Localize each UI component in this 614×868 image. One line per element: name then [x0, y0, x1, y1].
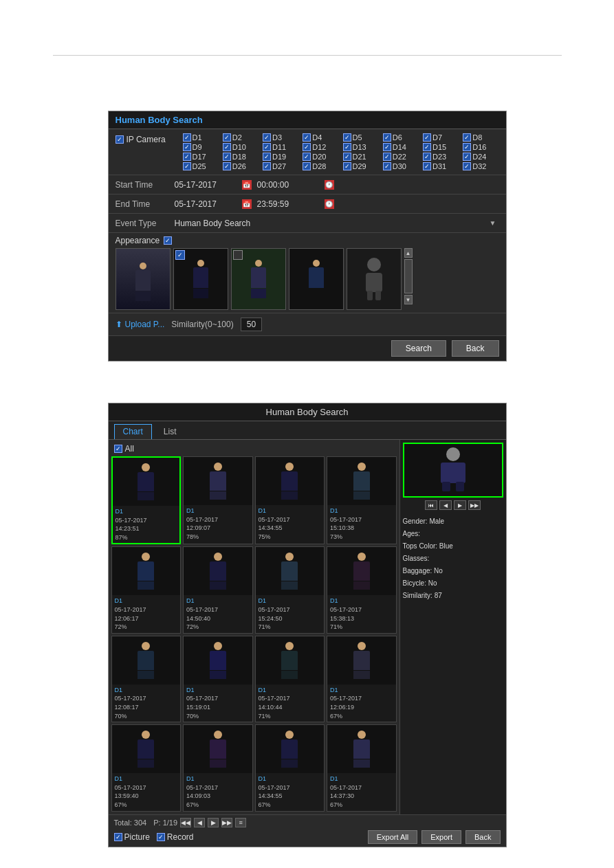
channel-item-d7[interactable]: ✓D7 — [423, 133, 459, 142]
result-item[interactable]: D1 05-17-2017 15:38:13 71% — [327, 546, 397, 633]
back-button[interactable]: Back — [452, 340, 499, 357]
scroll-down-icon[interactable]: ▼ — [404, 295, 413, 304]
channel-item-d8[interactable]: ✓D8 — [463, 133, 498, 142]
channel-item-d15[interactable]: ✓D15 — [423, 143, 459, 151]
channel-item-d18[interactable]: ✓D18 — [223, 153, 259, 161]
result-item[interactable]: D1 05-17-2017 14:10:44 71% — [255, 636, 325, 722]
result-item[interactable]: D1 05-17-2017 15:24:50 71% — [255, 546, 325, 633]
channel-item-d27[interactable]: ✓D27 — [263, 162, 298, 170]
channel-item-d17[interactable]: ✓D17 — [183, 153, 219, 161]
channel-item-d32[interactable]: ✓D32 — [463, 162, 498, 170]
checkbox-d11[interactable]: ✓ — [263, 143, 271, 151]
result-item[interactable]: D1 05-17-2017 15:19:01 70% — [183, 636, 253, 722]
channel-item-d30[interactable]: ✓D30 — [383, 162, 419, 170]
end-date-cal-icon[interactable]: 📅 — [242, 199, 252, 209]
channel-item-d16[interactable]: ✓D16 — [463, 143, 498, 151]
appearance-checkbox[interactable]: ✓ — [164, 236, 172, 245]
back-button2[interactable]: Back — [465, 830, 500, 844]
channel-item-d5[interactable]: ✓D5 — [343, 133, 379, 142]
checkbox-d29[interactable]: ✓ — [343, 162, 351, 170]
checkbox-d24[interactable]: ✓ — [463, 153, 471, 161]
checkbox-d7[interactable]: ✓ — [423, 133, 431, 142]
checkbox-d12[interactable]: ✓ — [303, 143, 311, 151]
channel-item-d14[interactable]: ✓D14 — [383, 143, 419, 151]
result-item[interactable]: D1 05-17-2017 15:10:38 73% — [327, 456, 397, 544]
checkbox-d21[interactable]: ✓ — [343, 153, 351, 161]
record-checkbox[interactable]: ✓ — [157, 833, 165, 841]
tab-list[interactable]: List — [155, 424, 186, 439]
channel-item-d22[interactable]: ✓D22 — [383, 153, 419, 161]
ctrl-prev-prev[interactable]: ⏮ — [425, 500, 437, 510]
checkbox-d32[interactable]: ✓ — [463, 162, 471, 170]
checkbox-d6[interactable]: ✓ — [383, 133, 391, 142]
checkbox-d2[interactable]: ✓ — [223, 133, 231, 142]
checkbox-d8[interactable]: ✓ — [463, 133, 471, 142]
channel-item-d12[interactable]: ✓D12 — [303, 143, 338, 151]
picture-checkbox[interactable]: ✓ — [114, 833, 122, 841]
channel-item-d29[interactable]: ✓D29 — [343, 162, 379, 170]
channel-item-d25[interactable]: ✓D25 — [183, 162, 219, 170]
checkbox-d5[interactable]: ✓ — [343, 133, 351, 142]
end-time-cal-icon[interactable]: 🕐 — [325, 199, 334, 209]
checkbox-d15[interactable]: ✓ — [423, 143, 431, 151]
channel-item-d20[interactable]: ✓D20 — [303, 153, 338, 161]
export-button[interactable]: Export — [421, 830, 461, 844]
channel-item-d1[interactable]: ✓D1 — [183, 133, 219, 142]
checkbox-d27[interactable]: ✓ — [263, 162, 271, 170]
result-item[interactable]: D1 05-17-2017 14:50:40 72% — [183, 546, 253, 633]
result-item[interactable]: D1 05-17-2017 12:06:17 72% — [111, 546, 182, 633]
checkbox-d18[interactable]: ✓ — [223, 153, 231, 161]
checkbox-d19[interactable]: ✓ — [263, 153, 271, 161]
start-time-cal-icon[interactable]: 🕐 — [325, 180, 334, 190]
channel-item-d10[interactable]: ✓D10 — [223, 143, 259, 151]
ip-camera-checkbox[interactable]: ✓ — [116, 135, 124, 144]
result-item[interactable]: D1 05-17-2017 14:34:55 75% — [255, 456, 325, 544]
checkbox-d23[interactable]: ✓ — [423, 153, 431, 161]
result-item[interactable]: D1 05-17-2017 13:59:40 67% — [111, 724, 182, 811]
channel-item-d23[interactable]: ✓D23 — [423, 153, 459, 161]
page-first-btn[interactable]: ◀◀ — [180, 818, 191, 827]
checkbox-d14[interactable]: ✓ — [383, 143, 391, 151]
page-prev-btn[interactable]: ◀ — [194, 818, 205, 827]
event-type-dropdown[interactable]: Human Body Search ▼ — [175, 219, 502, 228]
channel-item-d21[interactable]: ✓D21 — [343, 153, 379, 161]
scroll-up-icon[interactable]: ▲ — [404, 248, 413, 258]
channel-item-d4[interactable]: ✓D4 — [303, 133, 338, 142]
channel-item-d26[interactable]: ✓D26 — [223, 162, 259, 170]
appearance-thumb-4[interactable] — [289, 248, 344, 310]
scroll-track[interactable] — [404, 259, 413, 293]
result-item[interactable]: D1 05-17-2017 14:34:55 67% — [255, 724, 325, 811]
page-last-btn[interactable]: ▶▶ — [221, 818, 232, 827]
channel-item-d11[interactable]: ✓D11 — [263, 143, 298, 151]
channel-item-d2[interactable]: ✓D2 — [223, 133, 259, 142]
checkbox-d31[interactable]: ✓ — [423, 162, 431, 170]
ctrl-next[interactable]: ▶▶ — [468, 500, 481, 510]
channel-item-d19[interactable]: ✓D19 — [263, 153, 298, 161]
checkbox-d26[interactable]: ✓ — [223, 162, 231, 170]
checkbox-d9[interactable]: ✓ — [183, 143, 191, 151]
checkbox-d20[interactable]: ✓ — [303, 153, 311, 161]
channel-item-d13[interactable]: ✓D13 — [343, 143, 379, 151]
checkbox-d25[interactable]: ✓ — [183, 162, 191, 170]
checkbox-d4[interactable]: ✓ — [303, 133, 311, 142]
appearance-thumb-3[interactable] — [231, 248, 286, 310]
channel-item-d3[interactable]: ✓D3 — [263, 133, 298, 142]
ctrl-prev[interactable]: ◀ — [439, 500, 452, 510]
search-button[interactable]: Search — [391, 340, 446, 357]
result-item[interactable]: D1 05-17-2017 14:09:03 67% — [183, 724, 253, 811]
upload-button[interactable]: ⬆ Upload P... — [116, 320, 165, 329]
checkbox-d3[interactable]: ✓ — [263, 133, 271, 142]
all-checkbox[interactable]: ✓ — [114, 445, 122, 453]
page-next-btn[interactable]: ▶ — [208, 818, 219, 827]
checkbox-d10[interactable]: ✓ — [223, 143, 231, 151]
channel-item-d24[interactable]: ✓D24 — [463, 153, 498, 161]
checkbox-d30[interactable]: ✓ — [383, 162, 391, 170]
checkbox-d17[interactable]: ✓ — [183, 153, 191, 161]
result-item[interactable]: D1 05-17-2017 12:06:19 67% — [327, 636, 397, 722]
channel-item-d6[interactable]: ✓D6 — [383, 133, 419, 142]
checkbox-d22[interactable]: ✓ — [383, 153, 391, 161]
export-all-button[interactable]: Export All — [368, 830, 417, 844]
appearance-thumb-1[interactable] — [116, 248, 171, 310]
result-item[interactable]: D1 05-17-2017 14:37:30 67% — [327, 724, 397, 811]
tab-chart[interactable]: Chart — [114, 424, 152, 439]
